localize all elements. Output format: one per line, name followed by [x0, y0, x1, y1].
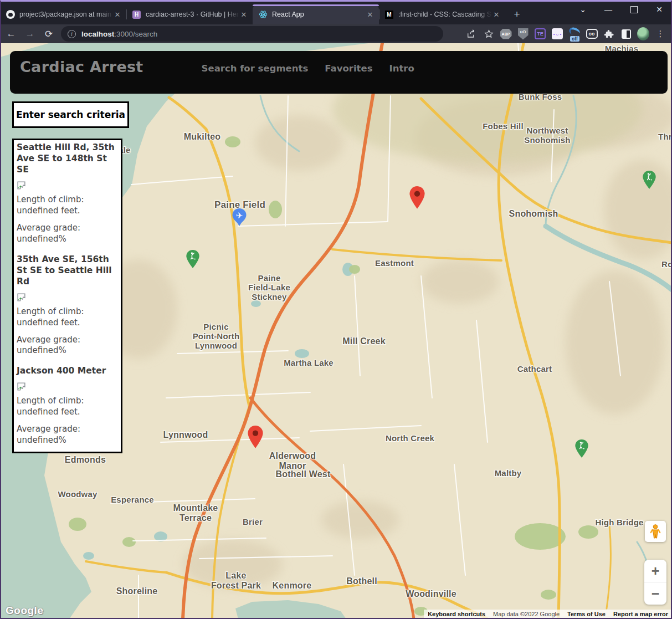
golf-course-pin[interactable] [642, 171, 656, 192]
userscript-extension-icon[interactable]: TE [534, 28, 546, 40]
google-logo[interactable]: Google [6, 605, 43, 617]
map-label: Roo [661, 260, 672, 269]
segment-result-card[interactable]: Jackson 400 Meter Length of climb: undef… [17, 365, 118, 446]
segment-length: Length of climb: undefined feet. [17, 195, 118, 217]
segment-length: Length of climb: undefined feet. [17, 306, 118, 329]
segment-grade: Average grade: undefined% [17, 223, 118, 245]
map-label: Bunk Foss [519, 93, 562, 102]
heroku-icon: H [132, 10, 141, 19]
map-label: Maltby [495, 469, 522, 478]
map-label: Woodinville [406, 589, 456, 599]
adblock-plus-icon[interactable]: ABP [500, 28, 512, 40]
map-label: Shoreline [116, 586, 158, 596]
url-text[interactable]: localhost:3000/search [81, 30, 157, 38]
tab-react-app-active[interactable]: React App ✕ [253, 4, 379, 24]
site-info-icon[interactable]: i [68, 30, 76, 38]
tab-close-icon[interactable]: ✕ [366, 10, 375, 19]
reload-icon[interactable]: ⟳ [41, 26, 57, 42]
ublock-origin-icon[interactable]: uO [517, 28, 529, 40]
tab-cardiac-arrest-heroku[interactable]: H cardiac-arrest-3 · GitHub | Herok ✕ [126, 4, 253, 24]
map-label: Lake Forest Park [211, 571, 261, 591]
react-icon [258, 10, 268, 19]
map-attribution: Keyboard shortcutsMap data ©2022 GoogleT… [424, 610, 672, 619]
tab-close-icon[interactable]: ✕ [113, 10, 122, 19]
zoom-in-button[interactable]: + [644, 560, 666, 582]
tab-project3-package-json[interactable]: project3/package.json at main ✕ [0, 4, 126, 24]
red-map-pin[interactable] [409, 186, 425, 212]
sidebar-extension-icon[interactable] [620, 28, 632, 40]
tab-search-chevron-icon[interactable]: ⌄ [570, 0, 596, 19]
golf-course-pin[interactable] [574, 439, 589, 461]
kaomoji-extension-icon[interactable] [551, 28, 563, 40]
nav-link-search[interactable]: Search for segments [202, 63, 309, 74]
enter-search-criteria-button[interactable]: Enter search criteria [12, 101, 129, 128]
keyboard-shortcuts-link[interactable]: Keyboard shortcuts [424, 610, 489, 619]
extensions-puzzle-icon[interactable] [603, 28, 615, 40]
address-bar[interactable]: i localhost:3000/search [61, 26, 443, 42]
swoosh-extension-icon[interactable]: off [568, 28, 581, 40]
segment-length: Length of climb: undefined feet. [17, 396, 118, 418]
map-label: Fobes Hill [483, 122, 524, 131]
goggles-extension-icon[interactable]: oo [586, 28, 598, 40]
map-label: Brier [243, 518, 263, 527]
browser-menu-icon[interactable]: ⋮ [654, 28, 666, 40]
segment-results-panel: Seattle Hill Rd, 35th Ave SE to 148th St… [12, 139, 122, 453]
bookmark-star-icon[interactable] [483, 28, 495, 40]
report-map-error-link[interactable]: Report a map error [609, 610, 672, 619]
tab-title: React App [272, 11, 366, 18]
close-window-button[interactable]: ✕ [647, 0, 672, 19]
browser-tab-strip: project3/package.json at main ✕ H cardia… [0, 0, 672, 24]
map-label: Picnic Point-North Lynnwood [193, 323, 240, 350]
golf-course-pin[interactable] [186, 250, 200, 271]
github-icon [6, 10, 15, 19]
map-label: Mukilteo [184, 132, 221, 142]
app-nav-links: Search for segments Favorites Intro [202, 63, 414, 74]
forward-icon[interactable]: → [22, 26, 38, 42]
toolbar-extensions: ABP uO TE off oo ⋮ [465, 28, 672, 40]
nav-link-intro[interactable]: Intro [389, 63, 414, 74]
red-map-pin[interactable] [247, 426, 264, 451]
window-controls: ⌄ — ✕ [570, 0, 672, 19]
segment-title: Seattle Hill Rd, 35th Ave SE to 148th St… [17, 142, 118, 175]
tab-close-icon[interactable]: ✕ [239, 10, 248, 19]
map-label: High Bridge [595, 518, 643, 528]
map-label: Mill Creek [342, 336, 386, 346]
terms-of-use-link[interactable]: Terms of Use [563, 610, 609, 619]
map-label: Bothell [346, 576, 377, 586]
tab-title: :first-child - CSS: Cascading Styl [398, 11, 492, 18]
mdn-icon: M [384, 10, 394, 19]
tab-title: cardiac-arrest-3 · GitHub | Herok [146, 11, 239, 18]
browser-window: MachiasBunk FossFobes HillNorthwest Snoh… [0, 0, 672, 619]
segment-result-card[interactable]: Seattle Hill Rd, 35th Ave SE to 148th St… [17, 142, 118, 245]
map-label: Esperance [111, 495, 154, 505]
map-label: Alderwood Manor [269, 451, 316, 471]
map-label: Snohomish [509, 209, 558, 219]
app-navbar: Cardiac Arrest Search for segments Favor… [10, 51, 668, 94]
share-icon[interactable] [465, 28, 478, 40]
airport-pin[interactable]: ✈ [232, 208, 247, 229]
minimize-button[interactable]: — [596, 0, 621, 19]
tab-close-icon[interactable]: ✕ [492, 10, 501, 19]
nav-link-favorites[interactable]: Favorites [325, 63, 372, 74]
segment-grade: Average grade: undefined% [17, 424, 118, 446]
map-label: Northwest Snohomish [524, 126, 570, 145]
back-icon[interactable]: ← [3, 26, 19, 42]
broken-image-icon [17, 181, 26, 190]
map-label: Three [658, 132, 672, 142]
pegman-control[interactable] [645, 521, 666, 542]
new-tab-button[interactable]: + [510, 7, 524, 22]
map-label: Kenmore [273, 581, 312, 591]
broken-image-icon [17, 293, 26, 302]
segment-title: 35th Ave SE, 156th St SE to Seattle Hill… [17, 254, 118, 287]
maximize-button[interactable] [621, 0, 647, 19]
map-label: Eastmont [375, 259, 414, 268]
map-data-copyright: Map data ©2022 Google [489, 610, 563, 619]
map-label: Martha Lake [284, 359, 334, 368]
map-label: North Creek [386, 434, 434, 443]
zoom-out-button[interactable]: − [644, 582, 666, 605]
map-label: Paine Field-Lake Stickney [248, 274, 290, 301]
tab-mdn-first-child[interactable]: M :first-child - CSS: Cascading Styl ✕ [379, 4, 505, 24]
tab-title: project3/package.json at main [19, 11, 113, 18]
profile-avatar[interactable] [637, 28, 649, 40]
segment-result-card[interactable]: 35th Ave SE, 156th St SE to Seattle Hill… [17, 254, 118, 357]
